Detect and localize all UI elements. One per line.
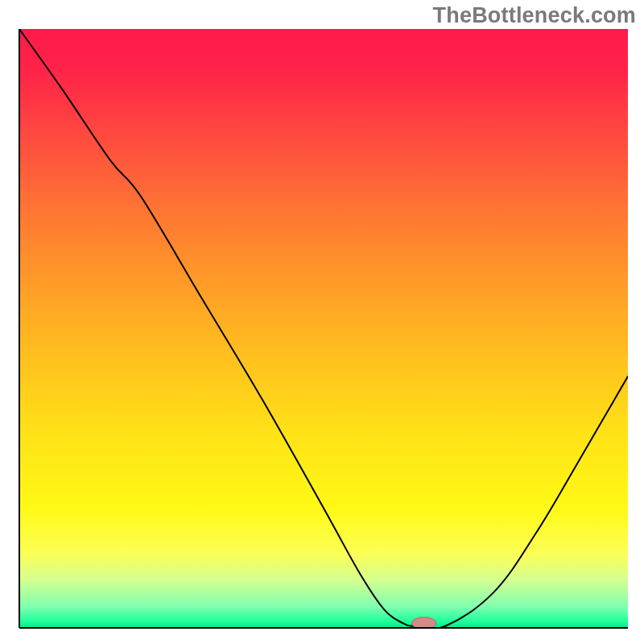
- watermark-text: TheBottleneck.com: [433, 3, 636, 28]
- bottleneck-chart: [0, 0, 644, 644]
- gradient-background: [19, 29, 628, 628]
- chart-container: TheBottleneck.com: [0, 0, 644, 644]
